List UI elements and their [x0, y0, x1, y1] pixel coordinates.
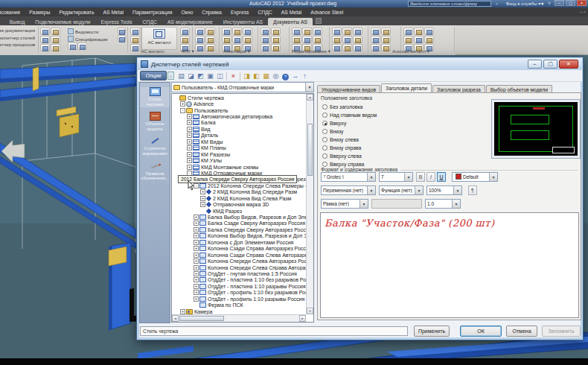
close-button[interactable]: ×: [577, 0, 587, 6]
panel-label[interactable]: Autocad металл ▾: [392, 48, 429, 54]
tool-icon[interactable]: [332, 36, 342, 43]
tree-expander-icon[interactable]: +: [194, 265, 199, 270]
apply-button[interactable]: Применить: [414, 326, 450, 337]
maximize-button[interactable]: ▢: [566, 0, 575, 6]
cancel-button[interactable]: Отмена: [506, 326, 537, 337]
sidebar-item[interactable]: Правила обозначени...: [140, 162, 170, 182]
new-style-icon[interactable]: ◪: [186, 72, 196, 81]
chevron-down-icon[interactable]: ▼: [305, 83, 313, 92]
tool-icon[interactable]: [342, 28, 352, 35]
tree-item[interactable]: +Отправочная марка 3D: [172, 201, 306, 207]
tool-icon[interactable]: [232, 28, 242, 35]
vertical-scroll-thumb[interactable]: [307, 124, 313, 176]
tree-item[interactable]: +ОтдДет - профиль 1:10 разрывы Россия: [172, 296, 306, 302]
tree-item[interactable]: +КМД Монтажные схемы: [172, 164, 306, 170]
tool-icon[interactable]: [130, 36, 140, 43]
tree-item[interactable]: +Стили чертежа: [172, 95, 306, 101]
chevron-down-icon[interactable]: ▼: [367, 186, 375, 194]
tree-item[interactable]: +Балка Спереди Сверху Авторазрез Россия: [172, 226, 306, 232]
menu-item[interactable]: Рисование: [0, 10, 25, 15]
position-radio[interactable]: Вверху слева: [322, 152, 377, 160]
tool-icon[interactable]: [243, 28, 252, 35]
tree-item[interactable]: +ОтдДет - пластина 1:10 без разрывов Рос: [172, 277, 306, 283]
frame-select[interactable]: Рамка (нет)▼: [321, 199, 368, 209]
tree-item[interactable]: +КМ Виды: [172, 139, 306, 145]
star-icon[interactable]: ★: [540, 1, 544, 7]
tree-item[interactable]: +ОтдДет - гнутая пластина 1:5 Россия: [172, 270, 306, 276]
tool-icon[interactable]: [261, 28, 270, 35]
dialog-titlebar[interactable]: Диспетчер стилей чертежей – ▢ ✕: [138, 58, 582, 70]
tree-expander-icon[interactable]: +: [194, 296, 199, 302]
tree-item[interactable]: +КМ Планы: [172, 145, 306, 151]
ribbon-doc-button[interactable]: Диспетчер стилей: [0, 34, 36, 42]
tool-icon[interactable]: [180, 36, 190, 43]
tree-expander-icon[interactable]: +: [194, 215, 199, 220]
tool-icon[interactable]: [381, 36, 391, 43]
tree-expander-icon[interactable]: -: [180, 108, 185, 113]
tree-item[interactable]: +Ферма по ПСК: [172, 302, 306, 308]
chevron-down-icon[interactable]: ▼: [452, 200, 460, 208]
tool-icon[interactable]: [205, 28, 215, 35]
signin-link[interactable]: Вход в службы ▾: [506, 1, 540, 6]
tree-expander-icon[interactable]: +: [194, 253, 199, 258]
panel-label[interactable]: Аннотации ▾: [223, 48, 250, 54]
tree-item[interactable]: +Автоматическая деталировка: [172, 113, 306, 119]
tool-icon[interactable]: [332, 28, 342, 35]
tool-icon[interactable]: [51, 36, 60, 43]
menu-item[interactable]: Размеры: [25, 10, 54, 15]
dialog-minimize-button[interactable]: –: [528, 60, 542, 69]
copy-style-icon[interactable]: ▣: [205, 72, 215, 81]
panel-label[interactable]: АС металл: [141, 48, 164, 54]
position-radio[interactable]: Без заголовка: [322, 103, 377, 111]
style-group-select[interactable]: Пользователь - КМД Отправочные марки ▼: [171, 82, 314, 92]
tree-expander-icon[interactable]: +: [194, 233, 199, 238]
tree-expander-icon[interactable]: +: [187, 127, 192, 132]
tool-icon[interactable]: [381, 28, 391, 35]
chevron-down-icon[interactable]: ▼: [415, 186, 423, 194]
ribbon-list-button[interactable]: Спецификации: [68, 35, 126, 42]
position-radio[interactable]: Над главным видом: [322, 111, 377, 119]
tool-icon[interactable]: [222, 36, 231, 43]
tree-expander-icon[interactable]: +: [187, 133, 192, 138]
remember-button[interactable]: Запомнить: [542, 326, 581, 337]
forward-icon[interactable]: →: [290, 72, 300, 81]
dialog-close-button[interactable]: ✕: [559, 60, 578, 69]
color-select[interactable]: Default▼: [452, 172, 498, 182]
tree-expander-icon[interactable]: +: [194, 290, 199, 295]
line-width-select[interactable]: 1.0▼: [425, 199, 461, 209]
tool-icon[interactable]: [302, 36, 312, 43]
ribbon-tab[interactable]: Вывод: [4, 18, 31, 25]
options-button[interactable]: Опции: [140, 71, 167, 80]
tree-item[interactable]: +Колонна Спереди Слева Авторазрез Росси: [172, 258, 306, 264]
font-select[interactable]: T Grotec I▼: [321, 172, 376, 182]
ok-button[interactable]: ОК: [460, 326, 502, 337]
dialog-maximize-button[interactable]: ▢: [543, 60, 557, 69]
tool-icon[interactable]: [40, 36, 50, 43]
tool-icon[interactable]: [232, 36, 242, 43]
tree-expander-icon[interactable]: +: [187, 152, 192, 157]
back-icon[interactable]: ←: [281, 72, 290, 81]
panel-label[interactable]: ЧПУ ▾: [181, 48, 194, 54]
tree-item[interactable]: +Колонна Сзади Справа Авторазрез Росси: [172, 246, 306, 252]
horizontal-scroll-thumb[interactable]: [179, 316, 224, 321]
tree-item[interactable]: +КМ Узлы: [172, 157, 306, 163]
tool-icon[interactable]: [424, 36, 434, 43]
sidebar-item[interactable]: Стратегия маркировки: [140, 136, 170, 156]
ribbon-doc-button[interactable]: Диспетчер процессов: [0, 41, 36, 48]
preview-style-icon[interactable]: ◎: [271, 72, 281, 81]
search-input[interactable]: [408, 1, 491, 7]
tool-icon[interactable]: [342, 36, 352, 43]
tree-expander-icon[interactable]: +: [187, 139, 192, 145]
tree-expander-icon[interactable]: +: [194, 284, 199, 289]
tool-icon[interactable]: [118, 35, 126, 42]
paste-style-icon[interactable]: ◫: [215, 72, 225, 81]
tree-item[interactable]: +КМ Разрезы: [172, 151, 306, 157]
title-text-preview[interactable]: Балка "Участок/Фаза" (200 шт): [320, 212, 579, 318]
tree-item[interactable]: +Колонна Спереди Слева Справа Авторазре: [172, 264, 306, 270]
tree-expander-icon[interactable]: +: [194, 246, 199, 251]
tree-expander-icon[interactable]: +: [194, 271, 199, 276]
scroll-left-icon[interactable]: ◄: [172, 315, 179, 322]
sidebar-item[interactable]: Объекты модели: [140, 112, 170, 132]
tree-item[interactable]: +Вид: [172, 126, 306, 132]
options-chevron-icon[interactable]: ›: [167, 72, 174, 80]
